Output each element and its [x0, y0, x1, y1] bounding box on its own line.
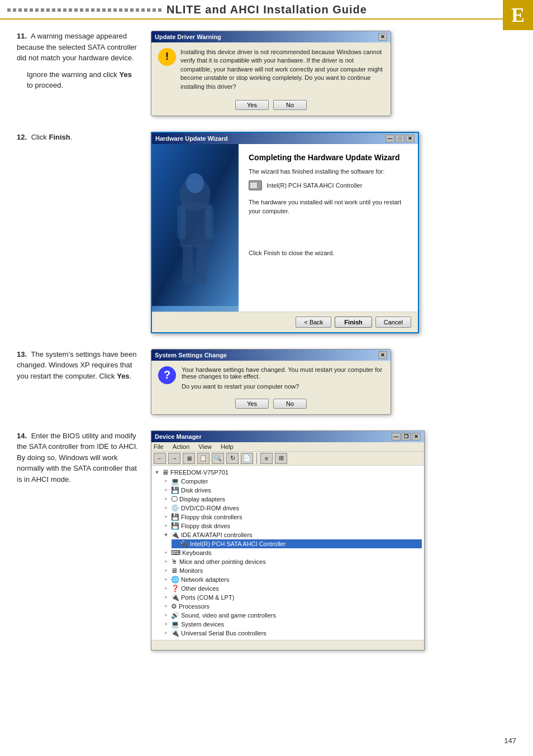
dot23: [130, 8, 134, 12]
step-11-dialog-container: Update Driver Warning ✕ ! Installing thi…: [151, 31, 516, 116]
tree-keyboard-label: Keyboards: [182, 549, 212, 556]
devmgr-menu-file[interactable]: File: [154, 443, 164, 450]
tree-mice[interactable]: + 🖱 Mice and other pointing devices: [163, 557, 422, 566]
dot2: [13, 8, 16, 12]
dvd-expand[interactable]: +: [163, 505, 169, 511]
wizard-cancel-button[interactable]: Cancel: [375, 317, 411, 328]
wizard-minimize[interactable]: —: [386, 135, 394, 142]
tree-usb-label: Universal Serial Bus controllers: [181, 630, 266, 637]
step-11-number: 11.: [17, 32, 27, 40]
root-expand[interactable]: ▼: [154, 470, 160, 475]
dot25: [141, 8, 145, 12]
header: NLITE and AHCI Installation Guide: [0, 0, 533, 20]
monitors-expand[interactable]: +: [163, 568, 169, 573]
step-11-sub-text: Ignore the warning and click: [27, 70, 119, 79]
tree-sound[interactable]: + 🔊 Sound, video and game controllers: [163, 611, 422, 620]
wizard-close[interactable]: ✕: [406, 135, 415, 142]
disk-expand[interactable]: +: [163, 487, 169, 493]
toolbar-help[interactable]: ≡: [260, 453, 273, 464]
tree-usb[interactable]: + 🔌 Universal Serial Bus controllers: [163, 629, 422, 638]
devmgr-menu-view[interactable]: View: [198, 443, 212, 450]
devmgr-menu-action[interactable]: Action: [173, 443, 190, 450]
toolbar-computer[interactable]: 🖥: [183, 453, 195, 464]
wizard-titlebar: Hardware Update Wizard — □ ✕: [152, 133, 418, 144]
tree-ports[interactable]: + 🔌 Ports (COM & LPT): [163, 593, 422, 602]
toolbar-extra[interactable]: ⊞: [275, 453, 287, 464]
step-11-sub-bold: Yes: [119, 70, 131, 79]
system-dialog-close[interactable]: ✕: [378, 351, 387, 359]
processors-expand[interactable]: +: [163, 604, 169, 609]
toolbar-device[interactable]: 📄: [241, 453, 253, 464]
other-expand[interactable]: +: [163, 586, 169, 591]
dot13: [74, 8, 78, 12]
system-dialog-content: ? Your hardware settings have changed. Y…: [158, 366, 384, 390]
system-dialog-messages: Your hardware settings have changed. You…: [182, 366, 384, 390]
devmgr-restore[interactable]: ❐: [402, 433, 411, 441]
tree-system[interactable]: + 💻 System devices: [163, 620, 422, 629]
wizard-dialog: Hardware Update Wizard — □ ✕: [151, 132, 419, 333]
usb-expand[interactable]: +: [163, 630, 169, 636]
dot20: [113, 8, 117, 12]
warning-no-button[interactable]: No: [273, 100, 307, 110]
toolbar-scan[interactable]: 🔍: [212, 453, 224, 464]
tree-ide[interactable]: ▼ 🔌 IDE ATA/ATAPI controllers: [163, 530, 422, 539]
system-no-button[interactable]: No: [273, 399, 307, 409]
network-expand[interactable]: +: [163, 577, 169, 582]
toolbar-forward[interactable]: →: [168, 453, 180, 464]
warning-dialog-titlebar: Update Driver Warning ✕: [151, 31, 391, 42]
tree-computer[interactable]: + 💻 Computer: [163, 477, 422, 486]
wizard-sidebar: [152, 144, 239, 312]
tree-other[interactable]: + ❓ Other devices: [163, 584, 422, 593]
dot19: [108, 8, 111, 12]
mice-expand[interactable]: +: [163, 559, 169, 564]
warning-dialog-close[interactable]: ✕: [378, 33, 387, 41]
tree-processors-label: Processors: [179, 603, 210, 610]
tree-disk[interactable]: + 💾 Disk drives: [163, 486, 422, 495]
tree-network[interactable]: + 🌐 Network adapters: [163, 575, 422, 584]
floppy-ctrl-expand[interactable]: +: [163, 514, 169, 520]
dot14: [80, 8, 83, 12]
toolbar-back[interactable]: ←: [154, 453, 166, 464]
devmgr-close[interactable]: ✕: [412, 433, 421, 441]
floppy-drv-expand[interactable]: +: [163, 523, 169, 529]
tree-floppy-ctrl[interactable]: + 💾 Floppy disk controllers: [163, 513, 422, 521]
device-icon: [249, 180, 262, 190]
tree-ahci[interactable]: 🔌 Intel(R) PCH SATA AHCI Controller: [172, 539, 422, 548]
dot3: [18, 8, 22, 12]
display-expand[interactable]: +: [163, 496, 169, 502]
system-dialog-titlebar: System Settings Change ✕: [151, 350, 391, 361]
sound-expand[interactable]: +: [163, 613, 169, 618]
svg-rect-4: [177, 205, 185, 239]
page-number: 147: [504, 736, 516, 745]
tree-keyboard[interactable]: + ⌨ Keyboards: [163, 548, 422, 557]
tree-monitors[interactable]: + 🖥 Monitors: [163, 566, 422, 575]
tree-dvd-label: DVD/CD-ROM drives: [181, 505, 239, 511]
step-12-number: 12.: [17, 133, 27, 141]
system-yes-button[interactable]: Yes: [235, 399, 269, 409]
warning-dialog-buttons: Yes No: [151, 97, 391, 116]
toolbar-props[interactable]: 📋: [197, 453, 210, 464]
step-14-left: 14. Enter the BIOS utility and modify th…: [17, 430, 140, 485]
ide-expand[interactable]: ▼: [163, 532, 169, 538]
tree-processors[interactable]: + ⚙ Processors: [163, 602, 422, 611]
toolbar-update[interactable]: ↻: [226, 453, 239, 464]
dot28: [158, 8, 161, 12]
dot6: [35, 8, 39, 12]
system-expand[interactable]: +: [163, 621, 169, 627]
system-dialog-question: Do you want to restart your computer now…: [182, 383, 384, 390]
devmgr-minimize[interactable]: —: [392, 433, 401, 441]
tree-disk-label: Disk drives: [181, 487, 211, 494]
devmgr-menu-help[interactable]: Help: [221, 443, 234, 450]
ports-expand[interactable]: +: [163, 595, 169, 600]
tree-floppy-drv[interactable]: + 💾 Floppy disk drives: [163, 521, 422, 530]
keyboard-expand[interactable]: +: [163, 550, 169, 556]
wizard-titlebar-controls: — □ ✕: [386, 135, 415, 142]
tree-dvd[interactable]: + 💿 DVD/CD-ROM drives: [163, 504, 422, 513]
wizard-maximize[interactable]: □: [396, 135, 404, 142]
computer-expand[interactable]: +: [163, 479, 169, 484]
wizard-finish-button[interactable]: Finish: [335, 317, 372, 328]
warning-yes-button[interactable]: Yes: [235, 100, 269, 110]
wizard-back-button[interactable]: < Back: [296, 317, 331, 328]
header-letter: E: [503, 0, 533, 30]
tree-display[interactable]: + 🖵 Display adapters: [163, 495, 422, 504]
